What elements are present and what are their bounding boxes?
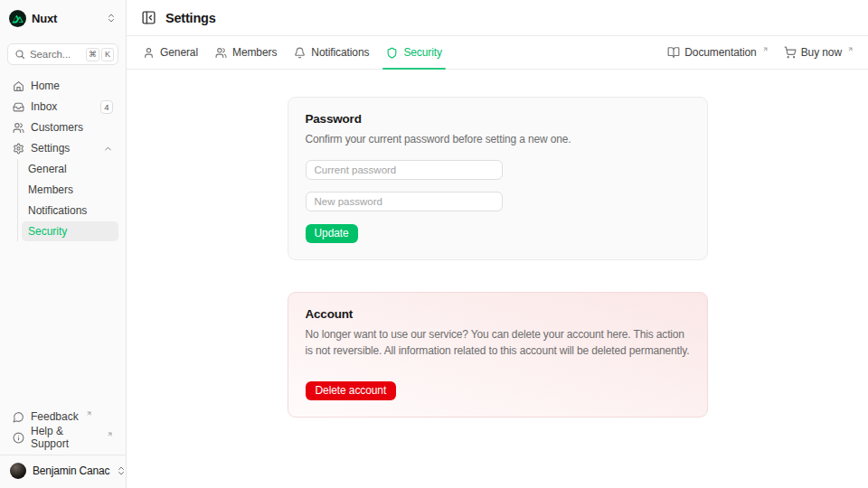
tab-label: Members: [232, 46, 277, 59]
sidebar-item-label: Notifications: [28, 204, 87, 217]
tab-label: Notifications: [311, 46, 369, 59]
external-link-icon: [107, 431, 113, 437]
external-link-icon: [762, 46, 769, 52]
sidebar-nav: Home Inbox 4 Customers Settings: [7, 76, 118, 241]
sidebar-item-home[interactable]: Home: [7, 76, 118, 96]
password-card-description: Confirm your current password before set…: [306, 131, 690, 148]
chevrons-up-down-icon: [116, 465, 127, 476]
sidebar-divider: [0, 455, 126, 455]
external-link-icon: [847, 46, 854, 52]
user-icon: [143, 47, 155, 59]
tab-notifications[interactable]: Notifications: [292, 36, 371, 69]
message-circle-icon: [13, 411, 24, 423]
external-link-icon: [86, 410, 92, 417]
main-panel: Settings General Members Notifications S…: [127, 0, 868, 488]
sidebar-item-customers[interactable]: Customers: [7, 117, 118, 137]
account-card: Account No longer want to use our servic…: [288, 292, 708, 418]
sidebar-item-label: Inbox: [31, 100, 57, 113]
documentation-link[interactable]: Documentation: [667, 46, 768, 59]
sidebar-item-label: Home: [31, 80, 60, 92]
shopping-cart-icon: [784, 46, 797, 59]
search-placeholder: Search...: [30, 49, 81, 60]
account-card-title: Account: [306, 307, 690, 321]
users-icon: [13, 122, 24, 134]
panel-left-close-icon[interactable]: [141, 10, 156, 25]
sidebar-item-label: Help & Support: [31, 425, 99, 450]
sidebar-item-label: Security: [28, 225, 67, 238]
current-password-field[interactable]: [306, 160, 503, 180]
workspace-switcher[interactable]: Nuxt: [7, 7, 118, 29]
delete-account-button[interactable]: Delete account: [306, 381, 397, 400]
user-menu[interactable]: Benjamin Canac: [7, 461, 118, 481]
tab-members[interactable]: Members: [213, 36, 278, 69]
link-label: Buy now: [801, 46, 842, 59]
search-icon: [14, 49, 25, 60]
buy-now-link[interactable]: Buy now: [784, 46, 854, 59]
sidebar-item-feedback[interactable]: Feedback: [7, 407, 118, 427]
avatar: [10, 463, 26, 479]
chevrons-up-down-icon: [106, 13, 117, 23]
user-name: Benjamin Canac: [33, 465, 109, 477]
bell-icon: [294, 47, 306, 59]
account-card-description: No longer want to use our service? You c…: [306, 326, 690, 360]
sidebar-item-notifications[interactable]: Notifications: [22, 201, 118, 221]
home-icon: [13, 80, 24, 92]
settings-subnav: General Members Notifications Security: [17, 159, 118, 241]
gear-icon: [13, 143, 24, 155]
settings-security-content: Password Confirm your current password b…: [127, 70, 868, 488]
kbd-k: K: [101, 48, 114, 61]
sidebar-footer-nav: Feedback Help & Support: [7, 407, 118, 447]
sidebar-item-label: Members: [28, 183, 73, 196]
sidebar-item-label: Settings: [31, 142, 70, 155]
page-title: Settings: [165, 11, 216, 25]
sidebar-item-settings[interactable]: Settings: [7, 138, 118, 158]
tab-label: General: [160, 46, 198, 59]
sidebar-item-inbox[interactable]: Inbox 4: [7, 97, 118, 117]
sidebar-item-label: Feedback: [31, 410, 79, 423]
tab-label: Security: [403, 46, 442, 59]
sidebar-item-members[interactable]: Members: [22, 180, 118, 200]
search-input[interactable]: Search... ⌘K: [7, 43, 118, 65]
sidebar-item-security[interactable]: Security: [22, 221, 118, 241]
kbd-cmd: ⌘: [86, 48, 99, 61]
inbox-count-badge: 4: [100, 100, 113, 114]
link-label: Documentation: [684, 46, 756, 59]
sidebar-item-general[interactable]: General: [22, 159, 118, 179]
info-circle-icon: [13, 432, 24, 444]
new-password-field[interactable]: [306, 192, 503, 211]
inbox-icon: [13, 101, 24, 113]
password-card: Password Confirm your current password b…: [288, 97, 708, 260]
page-header: Settings: [127, 0, 868, 36]
sidebar: Nuxt Search... ⌘K Home Inbox 4: [0, 0, 127, 488]
book-open-icon: [667, 46, 680, 59]
sidebar-item-help-support[interactable]: Help & Support: [7, 427, 118, 447]
workspace-name: Nuxt: [32, 12, 57, 25]
nuxt-logo-icon: [9, 10, 26, 27]
sidebar-item-label: General: [28, 163, 67, 175]
chevron-up-icon: [103, 144, 113, 154]
sidebar-spacer: [7, 241, 118, 396]
sidebar-item-label: Customers: [31, 121, 83, 134]
password-card-title: Password: [306, 112, 690, 126]
tab-bar: General Members Notifications Security: [127, 36, 868, 70]
tab-security[interactable]: Security: [384, 36, 444, 69]
users-icon: [215, 47, 227, 59]
tab-general[interactable]: General: [141, 36, 200, 69]
shield-icon: [386, 47, 398, 59]
search-shortcut: ⌘K: [86, 48, 114, 61]
update-password-button[interactable]: Update: [306, 224, 358, 243]
